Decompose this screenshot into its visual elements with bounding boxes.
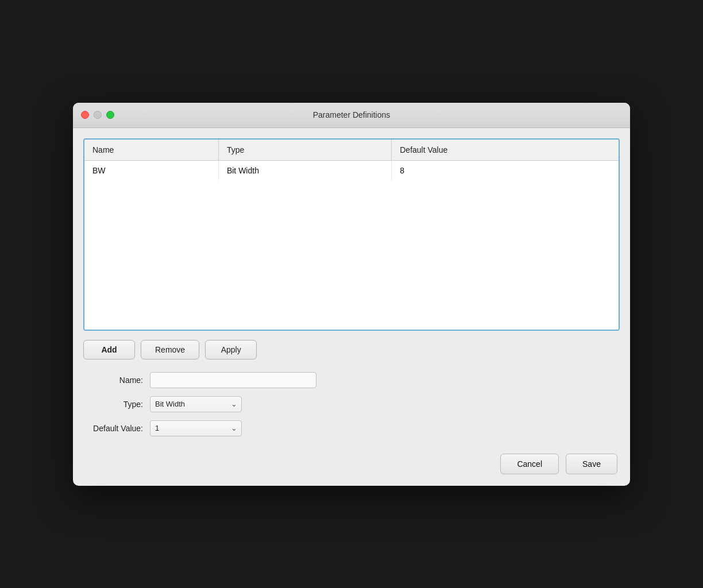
table-header-row: Name Type Default Value	[84, 140, 619, 161]
col-header-default-value: Default Value	[392, 140, 619, 161]
cell-type: Bit Width	[218, 160, 391, 180]
default-value-label: Default Value:	[86, 424, 143, 433]
window: Parameter Definitions Name Type Default …	[73, 103, 630, 486]
default-value-row: Default Value: 1	[86, 420, 620, 436]
save-button[interactable]: Save	[566, 454, 617, 474]
table-row[interactable]: BW Bit Width 8	[84, 160, 619, 180]
remove-button[interactable]: Remove	[141, 340, 199, 359]
apply-button[interactable]: Apply	[205, 340, 257, 359]
name-label: Name:	[86, 376, 143, 385]
minimize-button[interactable]	[94, 111, 102, 119]
default-value-select[interactable]: 1	[150, 420, 242, 436]
col-header-type: Type	[218, 140, 391, 161]
cancel-button[interactable]: Cancel	[500, 454, 559, 474]
name-input[interactable]	[150, 372, 316, 388]
table-empty-space	[84, 180, 619, 330]
form-section: Name: Type: Bit Width Default Value: 1	[83, 372, 620, 436]
default-value-select-wrapper: 1	[150, 420, 242, 436]
name-row: Name:	[86, 372, 620, 388]
parameter-table: Name Type Default Value BW Bit Width 8	[84, 140, 619, 180]
parameter-table-container: Name Type Default Value BW Bit Width 8	[83, 138, 620, 331]
cell-default-value: 8	[392, 160, 619, 180]
type-select[interactable]: Bit Width	[150, 396, 242, 412]
type-select-wrapper: Bit Width	[150, 396, 242, 412]
action-button-row: Add Remove Apply	[83, 340, 620, 359]
titlebar: Parameter Definitions	[73, 103, 630, 128]
traffic-lights	[81, 111, 114, 119]
cell-name: BW	[84, 160, 218, 180]
col-header-name: Name	[84, 140, 218, 161]
bottom-button-row: Cancel Save	[83, 454, 620, 474]
close-button[interactable]	[81, 111, 89, 119]
type-row: Type: Bit Width	[86, 396, 620, 412]
add-button[interactable]: Add	[83, 340, 135, 359]
type-label: Type:	[86, 400, 143, 409]
maximize-button[interactable]	[106, 111, 114, 119]
window-title: Parameter Definitions	[313, 110, 391, 119]
window-body: Name Type Default Value BW Bit Width 8 A…	[73, 128, 630, 486]
